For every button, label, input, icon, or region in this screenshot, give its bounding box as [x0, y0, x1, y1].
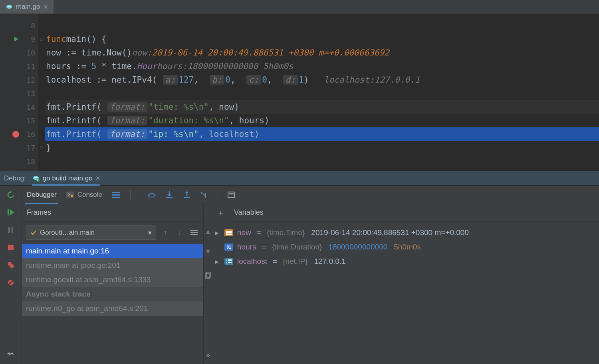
inlay-value: 2019-06-14 20:00:49.886531 +0300 m=+0.00…	[152, 48, 389, 57]
frame-row[interactable]: runtime.main at proc.go:201	[22, 258, 203, 273]
code-line: fmt.Printf( format: "duration: %s\n", ho…	[45, 114, 599, 127]
code-text: (	[152, 75, 162, 85]
svg-rect-9	[8, 209, 9, 216]
frame-filter-icon[interactable]	[189, 228, 199, 238]
variable-name: hours	[237, 243, 256, 251]
editor-gutter[interactable]: 8 9 10 11 12 13 14 15 16 17 18	[0, 14, 38, 171]
variable-value: 127.0.0.1	[314, 257, 345, 266]
frame-row[interactable]: main.main at main.go:16	[22, 244, 203, 258]
code-text: *	[96, 61, 111, 71]
debug-config-label: go build main.go	[43, 174, 93, 182]
code-editor[interactable]: 8 9 10 11 12 13 14 15 16 17 18 ⊟ ⊟ func …	[0, 14, 599, 171]
check-icon	[30, 230, 37, 235]
step-out-icon[interactable]	[182, 190, 191, 199]
debug-panel: » Debugger Console Frame	[0, 186, 599, 364]
dropdown-label: Gorouti…ain.main	[40, 229, 95, 237]
code-content[interactable]: func main() { now := time.Now() now: 201…	[45, 14, 599, 171]
number-literal: 127	[179, 75, 194, 85]
debug-panels: Frames Gorouti…ain.main ▾ ↑ ↓ main.main …	[22, 204, 599, 364]
variables-list[interactable]: ▶ now={time.Time} 2019-06-14 20:00:49.88…	[212, 222, 599, 273]
frame-row[interactable]: runtime.goexit at asm_amd64.s:1333	[22, 273, 203, 287]
code-text: :=	[61, 48, 81, 57]
breakpoint-icon[interactable]	[12, 131, 19, 138]
resume-icon[interactable]	[6, 207, 16, 218]
go-run-icon	[32, 175, 40, 182]
inlay-hint: now:	[132, 48, 152, 57]
evaluate-icon[interactable]	[227, 190, 236, 199]
close-icon[interactable]: ×	[96, 174, 101, 183]
debug-left-toolbar: »	[0, 186, 22, 364]
more-icon[interactable]: »	[6, 349, 16, 359]
execution-line: fmt.Printf( format: "ip: %s\n", localhos…	[45, 127, 599, 141]
code-text: Printf	[66, 102, 97, 112]
next-frame-icon[interactable]: ↓	[175, 228, 185, 238]
inlay-hint: hours:	[157, 61, 187, 71]
prev-frame-icon[interactable]: ↑	[160, 228, 171, 238]
code-text: Printf	[66, 116, 97, 125]
more-icon[interactable]: »	[206, 351, 210, 359]
variable-row[interactable]: ▶ 01 hours={time.Duration} 1800000000000…	[215, 240, 597, 254]
variable-row[interactable]: ▶ 12 localhost={net.IP} 127.0.0.1	[215, 254, 597, 269]
goroutine-dropdown[interactable]: Gorouti…ain.main ▾	[26, 226, 156, 240]
stop-icon[interactable]	[6, 242, 16, 253]
step-over-icon[interactable]	[147, 190, 156, 199]
string-literal: "ip: %s\n"	[148, 129, 198, 139]
fold-open-icon[interactable]: ⊟	[40, 36, 43, 42]
rerun-icon[interactable]	[6, 190, 16, 200]
run-gutter-icon[interactable]	[14, 35, 19, 44]
scroll-up-icon[interactable]: ▲	[205, 228, 212, 236]
code-text: fmt.	[46, 129, 66, 139]
inlay-hint: localhost:	[324, 75, 374, 85]
code-text: Now	[107, 48, 122, 57]
number-literal: 0	[262, 75, 267, 85]
frame-row[interactable]: runtime.rt0_go at asm_amd64.s:201	[22, 301, 203, 316]
line-number: 18	[23, 157, 35, 166]
threads-icon[interactable]	[112, 190, 121, 199]
run-to-cursor-icon[interactable]	[200, 190, 209, 199]
code-text: , localhost)	[199, 129, 260, 139]
add-watch-icon[interactable]: ＋	[216, 208, 225, 217]
svg-rect-19	[112, 192, 120, 193]
code-line: fmt.Printf( format: "time: %s\n", now)	[45, 100, 599, 114]
mute-breakpoints-icon[interactable]	[6, 277, 16, 288]
identifier: main	[66, 34, 87, 44]
code-line: func main() {	[45, 32, 599, 46]
console-icon	[66, 192, 74, 198]
identifier: Hour	[137, 61, 157, 71]
frame-list[interactable]: main.main at main.go:16 runtime.main at …	[22, 244, 203, 316]
svg-point-3	[8, 6, 8, 6]
separator	[130, 190, 131, 200]
svg-rect-12	[8, 245, 14, 250]
close-icon[interactable]: ×	[43, 3, 48, 11]
line-number: 13	[23, 89, 35, 98]
variable-row[interactable]: ▶ now={time.Time} 2019-06-14 20:00:49.88…	[215, 226, 597, 240]
stepping-toolbar	[147, 190, 236, 200]
view-breakpoints-icon[interactable]	[6, 260, 16, 270]
editor-tab-main-go[interactable]: main.go ×	[0, 0, 54, 14]
line-number: 15	[23, 117, 35, 125]
code-line: }	[45, 141, 599, 154]
scroll-down-icon[interactable]: ▼	[205, 248, 212, 256]
copy-icon[interactable]	[205, 272, 211, 281]
keyword: func	[46, 34, 66, 44]
debug-config-tab[interactable]: go build main.go ×	[32, 171, 100, 185]
pause-icon[interactable]	[6, 225, 16, 235]
fold-close-icon[interactable]: ⊟	[40, 144, 43, 151]
variable-value: 18000000000000	[328, 243, 387, 251]
svg-point-4	[10, 6, 10, 6]
tab-console[interactable]: Console	[66, 186, 102, 204]
svg-text:2: 2	[226, 261, 227, 264]
string-literal: "duration: %s\n"	[148, 116, 229, 125]
variable-type: {time.Time}	[267, 228, 305, 237]
tab-debugger[interactable]: Debugger	[27, 186, 57, 204]
line-number: 10	[23, 49, 35, 57]
editor-tab-bar: main.go ×	[0, 0, 599, 14]
async-stack-header: Async stack trace	[22, 287, 203, 301]
expand-icon[interactable]: ▶	[215, 259, 220, 265]
expand-icon[interactable]: ▶	[215, 230, 220, 236]
frames-header: Frames	[22, 204, 203, 222]
step-into-icon[interactable]	[165, 190, 174, 199]
code-text: fmt.	[46, 102, 66, 112]
go-file-icon	[6, 3, 13, 10]
code-text: () {	[86, 34, 107, 44]
